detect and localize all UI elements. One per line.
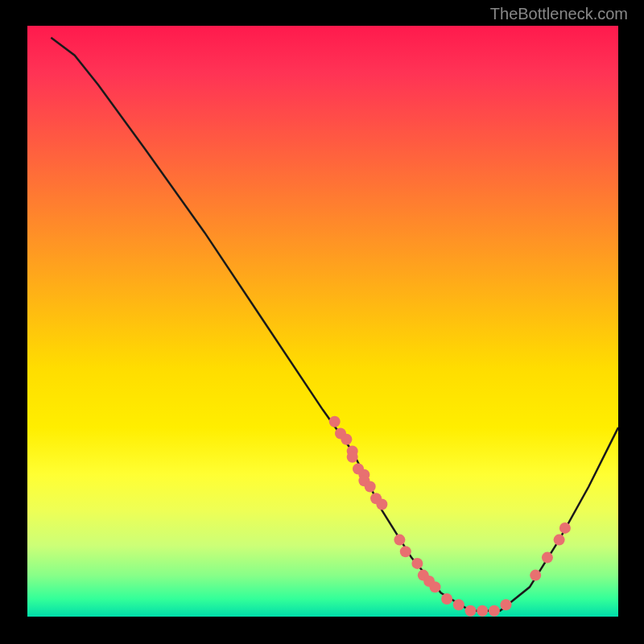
data-point bbox=[376, 499, 387, 510]
data-point bbox=[501, 599, 512, 610]
curve-group bbox=[51, 38, 618, 611]
data-point bbox=[347, 452, 358, 463]
scatter-points-group bbox=[329, 416, 571, 617]
data-point bbox=[489, 605, 500, 617]
data-point bbox=[441, 593, 452, 605]
data-point bbox=[411, 558, 423, 569]
data-point bbox=[559, 522, 571, 534]
bottleneck-curve bbox=[51, 38, 618, 611]
data-point bbox=[453, 599, 464, 610]
watermark-text: TheBottleneck.com bbox=[490, 5, 628, 23]
data-point bbox=[477, 605, 488, 617]
data-point bbox=[394, 535, 405, 546]
chart-svg bbox=[27, 26, 618, 617]
data-point bbox=[400, 546, 411, 557]
data-point bbox=[341, 434, 352, 445]
data-point bbox=[530, 570, 541, 581]
chart-container: TheBottleneck.com bbox=[0, 0, 644, 644]
data-point bbox=[329, 416, 341, 427]
data-point bbox=[542, 552, 553, 564]
data-point bbox=[430, 581, 441, 592]
data-point bbox=[554, 535, 565, 546]
data-point bbox=[365, 481, 376, 493]
data-point bbox=[465, 605, 477, 617]
plot-area bbox=[27, 26, 618, 617]
